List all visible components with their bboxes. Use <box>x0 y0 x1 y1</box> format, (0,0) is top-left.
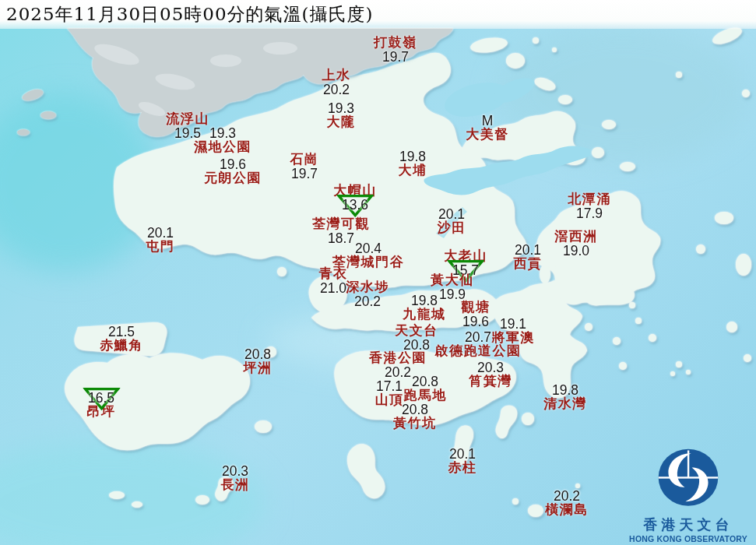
station-name-label: 黃竹坑 <box>393 417 437 431</box>
station-name-label: 跑馬地 <box>403 389 447 403</box>
station-name-label: 香港公園 <box>369 351 427 365</box>
weather-station: 北潭涌17.9 <box>568 192 611 220</box>
temp-text: 19.6 <box>462 314 489 329</box>
weather-station: 19.3大隴 <box>327 101 356 129</box>
temp-text: 19.3 <box>209 125 236 141</box>
weather-station: 大帽山13.6 <box>333 184 377 212</box>
station-name-label: 大美督 <box>466 128 509 142</box>
weather-station: 20.2橫瀾島 <box>545 489 589 517</box>
station-temp-value: 19.7 <box>290 167 319 181</box>
station-name-label: 大埔 <box>399 164 427 178</box>
weather-station: M大美督 <box>466 114 509 142</box>
weather-station: 滘西洲19.0 <box>554 230 598 258</box>
title-bar: 2025年11月30日05時00分的氣溫(攝氏度) <box>0 0 756 29</box>
station-temp-value: 19.8 <box>543 383 587 397</box>
station-name-label: 啟德跑道公園 <box>435 344 522 358</box>
station-temp-value: 20.1 <box>514 243 543 257</box>
weather-station: 青衣21.0 <box>319 267 348 295</box>
station-temp-value: 19.6 <box>462 315 491 329</box>
temp-text: 19.6 <box>220 156 246 172</box>
weather-station: 天文台20.8 <box>395 324 438 352</box>
weather-station: 觀塘19.6 <box>462 301 491 329</box>
station-temp-value: 20.4 <box>332 241 405 255</box>
station-name-label: 黃大仙 <box>431 273 474 287</box>
weather-station: 16.5昂坪 <box>87 391 116 419</box>
hko-chinese-name: 香港天文台 <box>624 515 752 534</box>
temp-text: 17.9 <box>576 206 603 221</box>
weather-station: 20.1沙田 <box>438 207 466 235</box>
station-name-label: 清水灣 <box>543 397 587 411</box>
weather-station: 20.8黃竹坑 <box>393 403 437 431</box>
temperature-map-screen: 2025年11月30日05時00分的氣溫(攝氏度) 打鼓嶺19.7上水20.21… <box>0 0 756 545</box>
temp-text: 20.1 <box>147 225 174 241</box>
weather-station: 19.3濕地公園 <box>194 126 251 154</box>
station-name-label: 北潭涌 <box>568 192 611 206</box>
station-temp-value: 20.1 <box>438 207 466 221</box>
station-temp-value: 13.6 <box>333 198 377 212</box>
weather-station: 19.6元朗公園 <box>204 157 262 185</box>
station-name-label: 滘西洲 <box>554 230 598 244</box>
weather-station: 20.3筲箕灣 <box>469 360 512 389</box>
station-temp-value: 21.0 <box>319 281 348 295</box>
station-name-label: 赤鱲角 <box>100 339 143 353</box>
temp-text: 13.6 <box>342 197 368 213</box>
temp-text: 20.1 <box>438 206 465 222</box>
weather-station: 20.4荃灣城門谷 <box>332 241 405 269</box>
station-name-label: 橫瀾島 <box>545 503 589 517</box>
temp-text: 20.2 <box>354 294 381 309</box>
station-temp-value: 20.8 <box>393 403 437 417</box>
station-temp-value: 19.8 <box>403 294 446 308</box>
station-temp-value: 20.2 <box>322 83 351 97</box>
temp-text: 20.7 <box>465 329 491 345</box>
station-name-label: 上水 <box>322 69 351 83</box>
station-temp-value: 21.5 <box>100 325 143 339</box>
station-temp-value: 19.8 <box>399 149 427 164</box>
temp-text: M <box>482 113 494 128</box>
temp-text: 19.0 <box>563 243 589 258</box>
station-temp-value: 20.2 <box>346 294 389 308</box>
weather-station: 打鼓嶺19.7 <box>374 36 417 64</box>
weather-station: 20.1西貢 <box>514 243 543 271</box>
station-name-label: 青衣 <box>319 267 348 281</box>
temp-text: 21.0 <box>320 280 346 296</box>
hko-emblem-icon <box>652 446 724 512</box>
weather-station: 20.8坪洲 <box>244 347 273 375</box>
station-name-label: 筲箕灣 <box>469 374 512 389</box>
weather-station: 20.1屯門 <box>146 226 175 254</box>
station-temp-value: 20.3 <box>469 360 512 374</box>
station-temp-value: 19.3 <box>194 126 251 140</box>
temp-text: 20.1 <box>515 242 541 258</box>
temp-text: 19.7 <box>291 166 318 181</box>
station-name-label: 天文台 <box>395 324 438 338</box>
station-name-label: 元朗公園 <box>204 171 262 185</box>
weather-station: 19.8大埔 <box>399 149 427 178</box>
station-name-label: 坪洲 <box>244 361 273 375</box>
weather-station: 深水埗20.2 <box>346 280 389 308</box>
weather-station: 20.8跑馬地 <box>403 374 447 403</box>
station-name-label: 流浮山 <box>166 112 209 126</box>
temp-text: 19.8 <box>552 382 578 398</box>
station-temp-value: 20.3 <box>221 464 250 478</box>
station-name-label: 沙田 <box>438 221 466 235</box>
station-name-label: 石崗 <box>290 153 319 167</box>
temp-text: 19.1 <box>500 316 526 332</box>
station-name-label: 九龍城 <box>403 308 446 322</box>
station-name-label: 大隴 <box>327 115 356 129</box>
station-temp-value: 19.0 <box>554 244 598 258</box>
temp-text: 20.4 <box>355 241 382 256</box>
weather-station: 石崗19.7 <box>290 153 319 181</box>
weather-station: 20.1赤柱 <box>448 447 477 475</box>
temp-text: 19.3 <box>328 100 354 116</box>
station-name-label: 濕地公園 <box>194 140 251 154</box>
temp-text: 20.2 <box>323 82 350 97</box>
temp-text: 20.1 <box>449 446 476 462</box>
temp-text: 21.5 <box>108 324 135 339</box>
station-temp-value: 17.1 <box>375 379 404 393</box>
map-title: 2025年11月30日05時00分的氣溫(攝氏度) <box>6 2 374 26</box>
temp-text: 16.5 <box>88 390 114 406</box>
temp-text: 20.8 <box>412 374 438 389</box>
station-temp-value: M <box>466 114 509 128</box>
station-name-label: 觀塘 <box>462 301 491 315</box>
station-temp-value: 19.3 <box>327 101 356 115</box>
station-temp-value: 19.7 <box>374 50 417 64</box>
